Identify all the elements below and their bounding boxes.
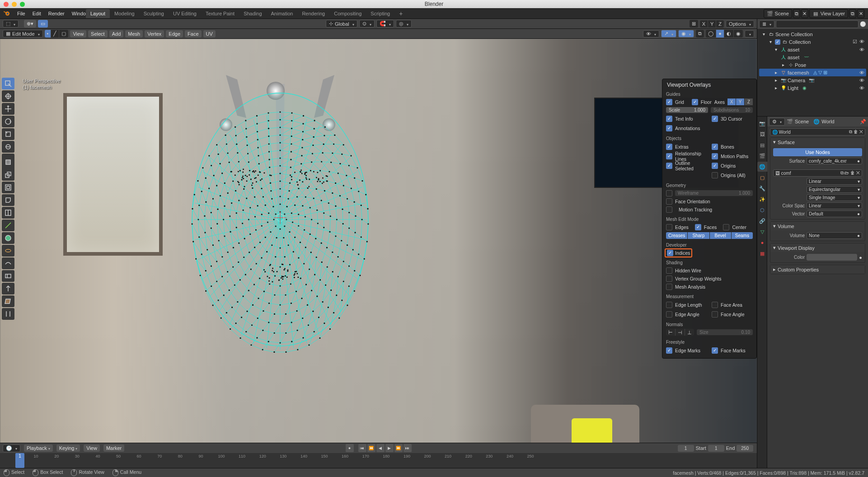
- tool-cursor[interactable]: [2, 90, 14, 102]
- projection-dropdown[interactable]: Equirectangular▾: [807, 186, 862, 193]
- tab-constraints[interactable]: 🔗: [757, 216, 767, 226]
- panel-surface-header[interactable]: ▾Surface: [770, 138, 865, 146]
- check-emarks[interactable]: [666, 347, 672, 354]
- workspace-shading[interactable]: Shading: [239, 9, 266, 18]
- shading-wireframe[interactable]: ◯: [706, 30, 716, 37]
- volume-value[interactable]: None●: [807, 232, 862, 239]
- workspace-layout[interactable]: Layout: [86, 9, 110, 18]
- tl-keying[interactable]: Keying: [56, 444, 80, 452]
- tool-bevel[interactable]: [2, 194, 14, 206]
- shading-rendered[interactable]: ◉: [734, 30, 743, 37]
- menu-edit[interactable]: Edit: [29, 9, 45, 18]
- gizmo-dropdown[interactable]: ↗: [661, 30, 676, 37]
- playhead[interactable]: 1: [15, 453, 24, 468]
- workspace-compositing[interactable]: Compositing: [329, 9, 366, 18]
- use-nodes-button[interactable]: Use Nodes: [773, 148, 862, 156]
- tab-material[interactable]: ●: [757, 238, 767, 248]
- tab-data[interactable]: ▽: [757, 227, 767, 237]
- tab-world[interactable]: 🌐: [757, 162, 767, 172]
- btn-creases[interactable]: Creases: [666, 232, 687, 239]
- normal-vertex[interactable]: ⊢: [666, 329, 676, 336]
- check-edges[interactable]: [666, 224, 672, 230]
- tool-knife[interactable]: [2, 220, 14, 231]
- tool-inset[interactable]: [2, 182, 14, 193]
- xray-toggle[interactable]: ⧉: [696, 30, 704, 37]
- workspace-add[interactable]: +: [394, 8, 407, 19]
- btn-bevel[interactable]: Bevel: [710, 232, 731, 239]
- tool-extrude[interactable]: [2, 169, 14, 181]
- end-frame[interactable]: 250: [737, 445, 753, 452]
- tab-modifiers[interactable]: 🔧: [757, 183, 767, 193]
- normal-face[interactable]: ⊥: [685, 329, 694, 336]
- timeline-editor-type[interactable]: 🕐: [3, 444, 20, 452]
- tool-rip[interactable]: [2, 308, 14, 320]
- select-tool-button[interactable]: ▭: [38, 20, 48, 28]
- delete-scene-button[interactable]: ✕: [801, 9, 808, 18]
- tl-view[interactable]: View: [84, 444, 100, 452]
- outliner-mode[interactable]: ≣: [759, 20, 774, 28]
- check-indices[interactable]: [667, 250, 673, 256]
- shading-matpreview[interactable]: ◐: [724, 30, 734, 37]
- current-frame[interactable]: 1: [678, 445, 694, 452]
- menu-uv[interactable]: UV: [203, 30, 216, 37]
- workspace-rendering[interactable]: Rendering: [297, 9, 329, 18]
- shading-solid[interactable]: ●: [716, 30, 724, 37]
- tab-output[interactable]: 🖼: [757, 129, 767, 139]
- props-editor-type[interactable]: ⚙: [769, 118, 785, 126]
- field-scale[interactable]: Scale1.000: [666, 107, 708, 113]
- check-fang[interactable]: [712, 311, 718, 318]
- tool-transform[interactable]: [2, 141, 14, 153]
- visibility-dropdown[interactable]: 👁: [643, 30, 659, 37]
- tab-viewlayer[interactable]: ▤: [757, 140, 767, 150]
- panel-vd-header[interactable]: ▾Viewport Display: [770, 243, 865, 252]
- check-outline[interactable]: [666, 163, 672, 169]
- image-datablock[interactable]: 🖼 comf⧉ 🗁 🗑 ✕: [773, 169, 862, 177]
- axis-y-toggle[interactable]: Y: [736, 98, 744, 105]
- field-normal-size[interactable]: Size0.10: [697, 329, 753, 335]
- toggle-exclude-icon[interactable]: ☑: [853, 39, 857, 45]
- tab-object[interactable]: ▢: [757, 173, 767, 182]
- out-pose[interactable]: ▸⊹Pose: [759, 61, 866, 69]
- tool-scale[interactable]: [2, 128, 14, 140]
- check-floor[interactable]: [692, 99, 698, 105]
- check-eang[interactable]: [666, 311, 672, 318]
- edge-select-mode[interactable]: ╱: [51, 30, 59, 37]
- vector-dropdown[interactable]: Default●: [807, 210, 862, 217]
- eye-icon[interactable]: 👁: [859, 39, 864, 45]
- gizmo-toggles[interactable]: ⊞: [690, 20, 698, 28]
- check-extras[interactable]: [666, 144, 672, 150]
- menu-select[interactable]: Select: [88, 30, 108, 37]
- tl-marker[interactable]: Marker: [103, 444, 124, 452]
- viewlayer-selector[interactable]: ▤View Layer: [809, 9, 848, 18]
- out-collection[interactable]: ▾🗀Collection☑👁: [759, 38, 866, 46]
- out-asset-child[interactable]: 人asset〰: [759, 53, 866, 61]
- tab-texture[interactable]: ▦: [757, 248, 767, 258]
- workspace-modeling[interactable]: Modeling: [110, 9, 139, 18]
- colorspace-dropdown[interactable]: Linear▾: [807, 202, 862, 209]
- pin-icon[interactable]: 📌: [860, 118, 866, 125]
- check-bones[interactable]: [712, 144, 718, 150]
- check-grid[interactable]: [666, 99, 672, 105]
- check-wireframe[interactable]: [666, 190, 672, 196]
- filter-icon[interactable]: ⚪: [860, 21, 866, 27]
- tool-spin[interactable]: [2, 245, 14, 257]
- menu-file[interactable]: File: [14, 9, 29, 18]
- source-dropdown[interactable]: Single Image▾: [807, 194, 862, 201]
- prev-key-button[interactable]: ⏪: [367, 444, 375, 452]
- minimize-window-icon[interactable]: [12, 2, 17, 7]
- out-facemesh[interactable]: ▸▽facemesh◬ ▽ ⊞👁: [759, 69, 866, 76]
- axis-z-toggle[interactable]: Z: [745, 98, 753, 105]
- new-scene-button[interactable]: ⧉: [793, 9, 800, 18]
- tab-render[interactable]: 📷: [757, 118, 767, 128]
- facemesh-object[interactable]: [185, 75, 375, 355]
- tool-polybuild[interactable]: [2, 232, 14, 244]
- check-center[interactable]: [723, 224, 729, 230]
- maximize-window-icon[interactable]: [20, 2, 25, 7]
- mode-dropdown[interactable]: ▦Edit Mode: [3, 30, 43, 37]
- check-motion[interactable]: [712, 153, 718, 159]
- orientation-dropdown[interactable]: ⊹Global: [326, 20, 357, 28]
- tab-physics[interactable]: ⬡: [757, 205, 767, 215]
- tool-edgeslide[interactable]: [2, 270, 14, 282]
- check-origins[interactable]: [712, 163, 718, 169]
- axis-x-toggle[interactable]: X: [727, 98, 736, 105]
